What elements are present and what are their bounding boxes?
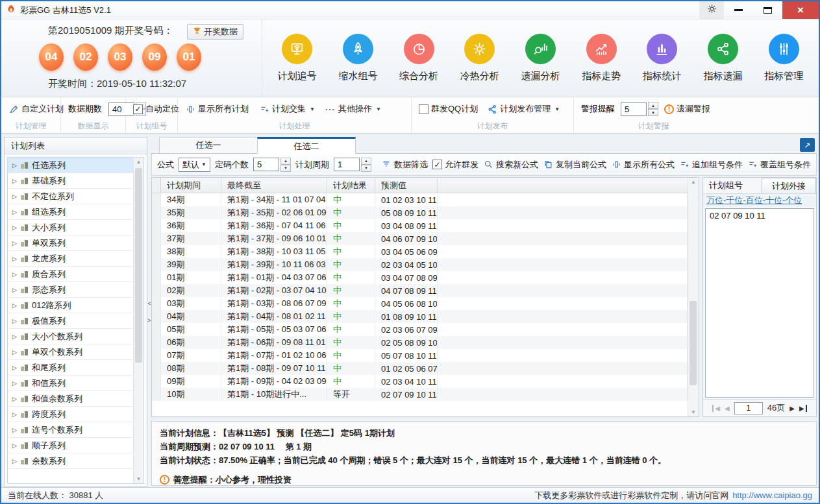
table-row[interactable]: 10期第1期 - 10期进行中...等开02 07 09 10 11 [152, 388, 688, 401]
sidebar-item-3[interactable]: ▷不定位系列 [8, 189, 133, 204]
expander-icon[interactable]: ▷ [12, 411, 17, 418]
draw-data-button[interactable]: 开奖数据 [187, 24, 243, 40]
app-toolbar-item[interactable]: 综合分析 [389, 34, 449, 82]
expand-panel-button[interactable]: ↗ [800, 138, 815, 152]
alert-value[interactable]: 5 [621, 102, 647, 116]
expander-icon[interactable]: ▷ [12, 349, 17, 355]
sidebar-item-7[interactable]: ▷龙虎系列 [8, 251, 133, 267]
expander-icon[interactable]: ▷ [12, 427, 17, 433]
table-row[interactable]: 36期第1期 - 36期 - 07 04 11 06 08中03 04 08 0… [152, 219, 688, 232]
spin-down-button[interactable]: ▼ [361, 165, 371, 172]
code-count-stepper[interactable]: 5 ▲▼ [253, 158, 291, 172]
app-toolbar-item[interactable]: 缩水组号 [328, 34, 388, 82]
omission-alert-button[interactable]: ! 遗漏警报 [664, 103, 710, 115]
expander-icon[interactable]: ▷ [12, 287, 17, 293]
table-row[interactable]: 03期第1期 - 03期 - 08 06 07 09 02中04 05 06 0… [152, 297, 688, 310]
sidebar-item-15[interactable]: ▷和值系列 [8, 376, 133, 391]
sidebar-item-8[interactable]: ▷质合系列 [8, 267, 133, 282]
maximize-button[interactable] [753, 1, 782, 19]
tab-renxuan2[interactable]: 任选二 [257, 137, 356, 154]
sidebar-item-19[interactable]: ▷顺子系列 [8, 438, 133, 453]
show-all-plans-button[interactable]: 显示所有计划 [185, 103, 249, 115]
scroll-down-icon[interactable]: ▼ [691, 409, 696, 415]
spin-down-button[interactable]: ▼ [280, 165, 291, 172]
override-condition-button[interactable]: 覆盖组号条件 [747, 159, 811, 171]
expander-icon[interactable]: ▷ [12, 256, 17, 262]
spin-up-button[interactable]: ▲ [361, 158, 371, 165]
scroll-up-icon[interactable]: ▲ [136, 159, 142, 165]
publish-mgmt-dropdown[interactable]: 计划发布管理 ▼ [487, 103, 560, 115]
auto-position-checkbox[interactable]: ✓ 自动定位 [133, 103, 179, 115]
sidebar-item-14[interactable]: ▷和尾系列 [8, 360, 133, 376]
spin-up-button[interactable]: ▲ [648, 102, 658, 109]
table-row[interactable]: 09期第1期 - 09期 - 04 02 03 09 01中02 03 04 1… [152, 375, 688, 388]
prev-page-button[interactable]: ◀ [725, 405, 730, 412]
data-filter-button[interactable]: 数据筛选 [381, 159, 428, 171]
col-header-result[interactable]: 计划结果 [327, 178, 375, 193]
other-ops-dropdown[interactable]: ··· 其他操作 ▼ [325, 103, 381, 115]
table-row[interactable]: 01期第1期 - 01期 - 04 03 07 06 02中03 04 07 0… [152, 271, 688, 284]
append-condition-button[interactable]: 追加组号条件 [679, 159, 743, 171]
app-toolbar-item[interactable]: 指标管理 [754, 34, 814, 82]
expander-icon[interactable]: ▷ [12, 162, 17, 169]
col-header-period[interactable]: 计划期间 [161, 178, 221, 193]
expander-icon[interactable]: ▷ [12, 224, 17, 231]
app-toolbar-item[interactable]: 指标遗漏 [693, 34, 753, 82]
tab-plan-external[interactable]: 计划外接 [762, 178, 816, 193]
table-row[interactable]: 38期第1期 - 38期 - 10 03 11 05 04中03 04 05 0… [152, 245, 688, 258]
expander-icon[interactable]: ▷ [12, 365, 17, 371]
table-row[interactable]: 04期第1期 - 04期 - 08 01 02 11 09中01 08 09 1… [152, 310, 688, 323]
table-row[interactable]: 37期第1期 - 37期 - 09 06 10 01 05中04 06 07 0… [152, 232, 688, 245]
sidebar-item-2[interactable]: ▷基础系列 [8, 173, 133, 189]
table-row[interactable]: 34期第1期 - 34期 - 11 01 07 04 09中01 02 03 1… [152, 193, 688, 206]
expander-icon[interactable]: ▷ [12, 193, 17, 200]
expander-icon[interactable]: ▷ [12, 442, 17, 449]
expander-icon[interactable]: ▷ [12, 240, 17, 246]
minimize-button[interactable] [724, 1, 753, 19]
table-row[interactable]: 08期第1期 - 08期 - 09 07 10 11 02中01 02 05 0… [152, 362, 688, 375]
expander-icon[interactable]: ▷ [12, 209, 17, 215]
collapse-right-icon[interactable]: > [147, 317, 151, 324]
sidebar-item-9[interactable]: ▷形态系列 [8, 282, 133, 298]
table-row[interactable]: 07期第1期 - 07期 - 01 02 10 06 05中05 07 08 1… [152, 349, 688, 362]
sidebar-item-11[interactable]: ▷极值系列 [8, 313, 133, 329]
copy-formula-button[interactable]: 复制当前公式 [543, 159, 606, 171]
sidebar-item-4[interactable]: ▷组选系列 [8, 204, 133, 220]
col-header-prediction[interactable]: 预测值 [375, 178, 438, 193]
scrollbar-thumb[interactable] [690, 301, 697, 385]
table-row[interactable]: 39期第1期 - 39期 - 10 11 06 03 01中02 03 04 0… [152, 258, 688, 271]
custom-plan-button[interactable]: 自定义计划 [8, 103, 64, 115]
tab-plan-group-number[interactable]: 计划组号 [703, 180, 762, 191]
expander-icon[interactable]: ▷ [12, 178, 17, 184]
qq-plan-checkbox[interactable]: 群发QQ计划 [419, 103, 478, 115]
settings-button[interactable] [699, 1, 724, 19]
formula-select[interactable]: 默认 ▼ [179, 158, 210, 172]
scrollbar-thumb[interactable] [135, 168, 142, 363]
spin-up-button[interactable]: ▲ [280, 158, 291, 165]
app-toolbar-item[interactable]: 冷热分析 [450, 34, 510, 82]
sidebar-item-20[interactable]: ▷余数系列 [8, 453, 133, 469]
table-row[interactable]: 35期第1期 - 35期 - 02 06 01 09 08中05 08 09 1… [152, 206, 688, 219]
table-row[interactable]: 02期第1期 - 02期 - 03 07 04 10 09中04 07 08 0… [152, 284, 688, 297]
allow-group-send-checkbox[interactable]: ✓ 允许群发 [432, 159, 478, 171]
expander-icon[interactable]: ▷ [12, 396, 17, 402]
table-row[interactable]: 06期第1期 - 06期 - 09 08 11 01 10中02 05 08 0… [152, 336, 688, 349]
sidebar-item-13[interactable]: ▷单双个数系列 [8, 344, 133, 360]
tab-renxuan1[interactable]: 任选一 [159, 137, 258, 153]
table-row[interactable]: 05期第1期 - 05期 - 05 03 07 06 10中02 03 06 0… [152, 323, 688, 336]
last-page-button[interactable]: ▶ [799, 405, 807, 412]
alert-stepper[interactable]: 5 ▲▼ [621, 102, 658, 116]
show-all-formula-button[interactable]: 显示所有公式 [611, 159, 675, 171]
sidebar-scrollbar[interactable]: ▲ ▼ [133, 158, 143, 483]
next-page-button[interactable]: ▶ [789, 405, 795, 412]
scroll-down-icon[interactable]: ▼ [136, 476, 142, 482]
close-button[interactable]: × [782, 1, 819, 19]
app-toolbar-item[interactable]: 指标走势 [571, 34, 631, 82]
page-input[interactable]: 1 [734, 402, 763, 414]
period-stepper[interactable]: 1 ▲▼ [334, 158, 371, 172]
sidebar-item-6[interactable]: ▷单双系列 [8, 235, 133, 251]
sidebar-item-16[interactable]: ▷和值余数系列 [8, 391, 133, 407]
sidebar-item-12[interactable]: ▷大小个数系列 [8, 329, 133, 344]
app-toolbar-item[interactable]: 指标统计 [632, 34, 692, 82]
scroll-up-icon[interactable]: ▲ [691, 179, 696, 185]
